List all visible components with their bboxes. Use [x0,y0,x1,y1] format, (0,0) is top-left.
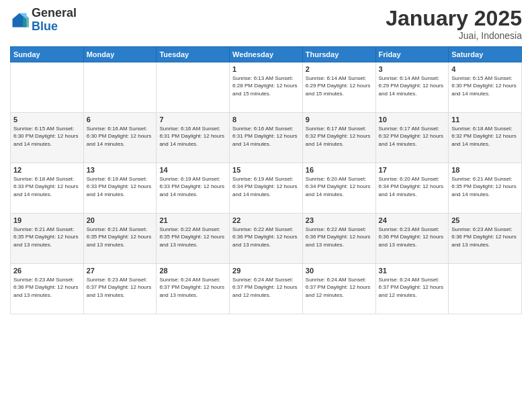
day-number-12: 12 [13,166,81,174]
day-info-4: Sunrise: 6:15 AM Sunset: 6:30 PM Dayligh… [451,75,519,97]
day-number-7: 7 [159,116,226,124]
cell-w4-d2: 20Sunrise: 6:21 AM Sunset: 6:35 PM Dayli… [83,214,157,264]
day-info-2: Sunrise: 6:14 AM Sunset: 6:29 PM Dayligh… [306,75,373,97]
day-number-23: 23 [306,216,373,224]
week-row-3: 12Sunrise: 6:18 AM Sunset: 6:33 PM Dayli… [11,163,522,214]
day-info-16: Sunrise: 6:20 AM Sunset: 6:34 PM Dayligh… [306,175,373,198]
week-row-1: 1Sunrise: 6:13 AM Sunset: 6:28 PM Daylig… [11,62,522,113]
calendar-table: Sunday Monday Tuesday Wednesday Thursday… [10,46,522,314]
cell-w3-d3: 14Sunrise: 6:19 AM Sunset: 6:33 PM Dayli… [157,163,230,214]
calendar-page: General Blue January 2025 Juai, Indonesi… [0,0,532,411]
cell-w2-d1: 5Sunrise: 6:15 AM Sunset: 6:30 PM Daylig… [11,113,84,163]
day-number-29: 29 [232,267,300,275]
header-friday: Friday [375,47,449,62]
cell-w5-d3: 28Sunrise: 6:24 AM Sunset: 6:37 PM Dayli… [157,264,230,314]
day-number-3: 3 [379,65,446,73]
day-info-25: Sunrise: 6:23 AM Sunset: 6:36 PM Dayligh… [451,226,519,248]
day-number-2: 2 [306,65,373,73]
title-block: January 2025 Juai, Indonesia [386,7,522,41]
day-number-4: 4 [451,65,519,73]
cell-w5-d4: 29Sunrise: 6:24 AM Sunset: 6:37 PM Dayli… [230,264,303,314]
cell-w5-d7 [449,264,522,314]
day-number-26: 26 [13,267,81,275]
cell-w3-d7: 18Sunrise: 6:21 AM Sunset: 6:35 PM Dayli… [449,163,522,214]
day-info-3: Sunrise: 6:14 AM Sunset: 6:29 PM Dayligh… [379,75,446,97]
cell-w1-d7: 4Sunrise: 6:15 AM Sunset: 6:30 PM Daylig… [449,62,522,113]
cell-w2-d6: 10Sunrise: 6:17 AM Sunset: 6:32 PM Dayli… [375,113,449,163]
cell-w5-d1: 26Sunrise: 6:23 AM Sunset: 6:36 PM Dayli… [11,264,84,314]
day-number-16: 16 [306,166,373,174]
logo-blue-text: Blue [32,19,58,33]
cell-w5-d6: 31Sunrise: 6:24 AM Sunset: 6:37 PM Dayli… [375,264,449,314]
day-number-25: 25 [451,216,519,224]
logo: General Blue [10,7,77,34]
day-number-5: 5 [13,116,81,124]
day-info-29: Sunrise: 6:24 AM Sunset: 6:37 PM Dayligh… [232,276,300,299]
calendar-header: Sunday Monday Tuesday Wednesday Thursday… [11,47,522,62]
cell-w2-d5: 9Sunrise: 6:17 AM Sunset: 6:32 PM Daylig… [302,113,375,163]
cell-w3-d6: 17Sunrise: 6:20 AM Sunset: 6:34 PM Dayli… [375,163,449,214]
logo-text: General Blue [32,7,77,34]
cell-w4-d5: 23Sunrise: 6:22 AM Sunset: 6:36 PM Dayli… [302,214,375,264]
cell-w1-d3 [157,62,230,113]
cell-w2-d2: 6Sunrise: 6:16 AM Sunset: 6:30 PM Daylig… [83,113,157,163]
day-info-18: Sunrise: 6:21 AM Sunset: 6:35 PM Dayligh… [451,175,519,198]
day-info-11: Sunrise: 6:18 AM Sunset: 6:32 PM Dayligh… [451,125,519,148]
day-info-30: Sunrise: 6:24 AM Sunset: 6:37 PM Dayligh… [306,276,373,299]
cell-w4-d7: 25Sunrise: 6:23 AM Sunset: 6:36 PM Dayli… [449,214,522,264]
day-info-7: Sunrise: 6:16 AM Sunset: 6:31 PM Dayligh… [159,125,226,148]
day-info-5: Sunrise: 6:15 AM Sunset: 6:30 PM Dayligh… [13,125,81,148]
day-info-24: Sunrise: 6:23 AM Sunset: 6:36 PM Dayligh… [379,226,446,248]
cell-w1-d5: 2Sunrise: 6:14 AM Sunset: 6:29 PM Daylig… [302,62,375,113]
cell-w3-d4: 15Sunrise: 6:19 AM Sunset: 6:34 PM Dayli… [230,163,303,214]
day-info-19: Sunrise: 6:21 AM Sunset: 6:35 PM Dayligh… [13,226,81,248]
day-info-27: Sunrise: 6:23 AM Sunset: 6:37 PM Dayligh… [87,276,154,299]
cell-w3-d5: 16Sunrise: 6:20 AM Sunset: 6:34 PM Dayli… [302,163,375,214]
day-number-17: 17 [379,166,446,174]
day-number-6: 6 [87,116,154,124]
week-row-4: 19Sunrise: 6:21 AM Sunset: 6:35 PM Dayli… [11,214,522,264]
cell-w3-d1: 12Sunrise: 6:18 AM Sunset: 6:33 PM Dayli… [11,163,84,214]
day-number-30: 30 [306,267,373,275]
day-number-11: 11 [451,116,519,124]
cell-w1-d2 [83,62,157,113]
day-info-8: Sunrise: 6:16 AM Sunset: 6:31 PM Dayligh… [232,125,300,148]
day-number-19: 19 [13,216,81,224]
cell-w2-d4: 8Sunrise: 6:16 AM Sunset: 6:31 PM Daylig… [230,113,303,163]
logo-icon [10,11,29,30]
day-number-18: 18 [451,166,519,174]
day-number-1: 1 [232,65,300,73]
day-info-1: Sunrise: 6:13 AM Sunset: 6:28 PM Dayligh… [232,75,300,97]
cell-w2-d7: 11Sunrise: 6:18 AM Sunset: 6:32 PM Dayli… [449,113,522,163]
day-info-6: Sunrise: 6:16 AM Sunset: 6:30 PM Dayligh… [87,125,154,148]
day-number-20: 20 [87,216,154,224]
cell-w2-d3: 7Sunrise: 6:16 AM Sunset: 6:31 PM Daylig… [157,113,230,163]
header: General Blue January 2025 Juai, Indonesi… [10,7,522,41]
day-number-9: 9 [306,116,373,124]
month-title: January 2025 [386,7,522,30]
header-saturday: Saturday [449,47,522,62]
day-info-10: Sunrise: 6:17 AM Sunset: 6:32 PM Dayligh… [379,125,446,148]
cell-w1-d1 [11,62,84,113]
weekday-header-row: Sunday Monday Tuesday Wednesday Thursday… [11,47,522,62]
week-row-5: 26Sunrise: 6:23 AM Sunset: 6:36 PM Dayli… [11,264,522,314]
day-number-13: 13 [87,166,154,174]
header-monday: Monday [83,47,157,62]
day-info-21: Sunrise: 6:22 AM Sunset: 6:35 PM Dayligh… [159,226,226,248]
day-info-13: Sunrise: 6:19 AM Sunset: 6:33 PM Dayligh… [87,175,154,198]
day-info-12: Sunrise: 6:18 AM Sunset: 6:33 PM Dayligh… [13,175,81,198]
cell-w5-d2: 27Sunrise: 6:23 AM Sunset: 6:37 PM Dayli… [83,264,157,314]
cell-w3-d2: 13Sunrise: 6:19 AM Sunset: 6:33 PM Dayli… [83,163,157,214]
cell-w5-d5: 30Sunrise: 6:24 AM Sunset: 6:37 PM Dayli… [302,264,375,314]
calendar-body: 1Sunrise: 6:13 AM Sunset: 6:28 PM Daylig… [11,62,522,314]
cell-w1-d4: 1Sunrise: 6:13 AM Sunset: 6:28 PM Daylig… [230,62,303,113]
day-info-28: Sunrise: 6:24 AM Sunset: 6:37 PM Dayligh… [159,276,226,299]
day-number-27: 27 [87,267,154,275]
day-number-8: 8 [232,116,300,124]
cell-w4-d4: 22Sunrise: 6:22 AM Sunset: 6:36 PM Dayli… [230,214,303,264]
day-number-15: 15 [232,166,300,174]
header-sunday: Sunday [11,47,84,62]
day-info-17: Sunrise: 6:20 AM Sunset: 6:34 PM Dayligh… [379,175,446,198]
day-number-31: 31 [379,267,446,275]
cell-w1-d6: 3Sunrise: 6:14 AM Sunset: 6:29 PM Daylig… [375,62,449,113]
